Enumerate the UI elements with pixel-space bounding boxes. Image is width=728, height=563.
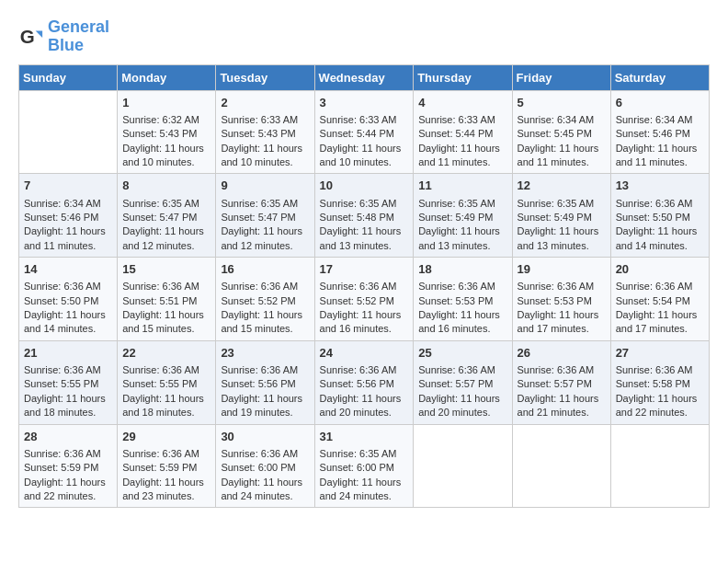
day-info: and 10 minutes.	[320, 155, 409, 169]
day-info: Sunset: 5:55 PM	[122, 377, 210, 391]
day-number: 28	[24, 429, 112, 445]
day-info: Sunrise: 6:36 AM	[24, 363, 112, 377]
day-info: Sunrise: 6:35 AM	[221, 197, 309, 211]
day-info: Daylight: 11 hours	[122, 308, 210, 322]
day-info: and 19 minutes.	[221, 406, 309, 419]
day-info: Sunrise: 6:35 AM	[320, 197, 409, 211]
day-info: Daylight: 11 hours	[122, 392, 210, 406]
day-number: 30	[221, 429, 309, 445]
day-info: Sunset: 5:57 PM	[518, 377, 606, 391]
day-cell: 26Sunrise: 6:36 AMSunset: 5:57 PMDayligh…	[512, 340, 610, 424]
day-info: and 20 minutes.	[320, 406, 409, 419]
logo-text: GeneralBlue	[48, 18, 109, 55]
day-info: Sunrise: 6:36 AM	[122, 363, 210, 377]
day-cell: 7Sunrise: 6:34 AMSunset: 5:46 PMDaylight…	[19, 174, 118, 258]
day-cell: 15Sunrise: 6:36 AMSunset: 5:51 PMDayligh…	[118, 258, 216, 341]
day-number: 26	[518, 345, 606, 362]
svg-text:G: G	[20, 25, 35, 46]
week-row-2: 7Sunrise: 6:34 AMSunset: 5:46 PMDaylight…	[19, 174, 710, 258]
day-number: 18	[418, 261, 506, 278]
day-info: Daylight: 11 hours	[24, 476, 112, 489]
day-info: Daylight: 11 hours	[418, 224, 506, 238]
day-info: Sunset: 5:46 PM	[24, 211, 112, 224]
day-number: 13	[616, 178, 704, 194]
week-row-4: 21Sunrise: 6:36 AMSunset: 5:55 PMDayligh…	[19, 340, 710, 424]
day-info: Sunrise: 6:33 AM	[221, 113, 309, 127]
day-number: 5	[518, 95, 606, 111]
day-info: Sunrise: 6:36 AM	[24, 280, 112, 293]
day-info: Daylight: 11 hours	[418, 308, 506, 322]
day-info: Sunrise: 6:36 AM	[320, 363, 409, 377]
day-info: Daylight: 11 hours	[616, 142, 704, 155]
day-cell: 6Sunrise: 6:34 AMSunset: 5:46 PMDaylight…	[610, 90, 709, 174]
day-cell	[512, 424, 610, 508]
day-number: 31	[320, 429, 409, 445]
day-info: Daylight: 11 hours	[616, 392, 704, 406]
day-cell: 23Sunrise: 6:36 AMSunset: 5:56 PMDayligh…	[216, 340, 314, 424]
day-info: Daylight: 11 hours	[320, 142, 409, 155]
day-info: Sunset: 5:50 PM	[616, 211, 704, 224]
day-info: Daylight: 11 hours	[24, 392, 112, 406]
day-number: 21	[24, 345, 112, 362]
day-cell: 29Sunrise: 6:36 AMSunset: 5:59 PMDayligh…	[118, 424, 216, 508]
day-info: Sunrise: 6:33 AM	[320, 113, 409, 127]
day-info: Sunrise: 6:36 AM	[122, 280, 210, 293]
day-info: Sunset: 5:49 PM	[418, 211, 506, 224]
day-info: Sunrise: 6:36 AM	[418, 280, 506, 293]
day-info: Sunset: 5:52 PM	[320, 294, 409, 308]
day-cell: 28Sunrise: 6:36 AMSunset: 5:59 PMDayligh…	[19, 424, 118, 508]
day-number: 17	[320, 261, 409, 278]
day-number: 8	[122, 178, 210, 194]
day-number: 9	[221, 178, 309, 194]
day-info: Sunset: 6:00 PM	[320, 461, 409, 475]
day-info: and 13 minutes.	[418, 239, 506, 253]
day-number: 3	[320, 95, 409, 111]
day-info: Daylight: 11 hours	[24, 224, 112, 238]
day-info: Sunset: 5:43 PM	[122, 127, 210, 141]
day-info: Daylight: 11 hours	[616, 308, 704, 322]
day-info: Daylight: 11 hours	[616, 224, 704, 238]
day-number: 23	[221, 345, 309, 362]
day-info: Daylight: 11 hours	[320, 392, 409, 406]
day-info: and 14 minutes.	[616, 239, 704, 253]
column-header-saturday: Saturday	[610, 64, 709, 90]
day-cell: 21Sunrise: 6:36 AMSunset: 5:55 PMDayligh…	[19, 340, 118, 424]
day-info: Daylight: 11 hours	[418, 392, 506, 406]
day-cell: 5Sunrise: 6:34 AMSunset: 5:45 PMDaylight…	[512, 90, 610, 174]
day-info: Sunrise: 6:34 AM	[24, 197, 112, 211]
day-info: and 24 minutes.	[221, 489, 309, 503]
day-info: Sunset: 5:57 PM	[418, 377, 506, 391]
day-info: and 23 minutes.	[122, 489, 210, 503]
day-number: 1	[122, 95, 210, 111]
column-header-tuesday: Tuesday	[216, 64, 314, 90]
column-header-sunday: Sunday	[19, 64, 118, 90]
day-info: and 11 minutes.	[616, 155, 704, 169]
day-info: Sunrise: 6:36 AM	[221, 363, 309, 377]
day-info: Daylight: 11 hours	[221, 308, 309, 322]
day-info: Sunrise: 6:36 AM	[24, 447, 112, 461]
day-cell: 9Sunrise: 6:35 AMSunset: 5:47 PMDaylight…	[216, 174, 314, 258]
day-number: 2	[221, 95, 309, 111]
day-cell: 27Sunrise: 6:36 AMSunset: 5:58 PMDayligh…	[610, 340, 709, 424]
day-info: and 11 minutes.	[418, 155, 506, 169]
day-info: Sunset: 5:46 PM	[616, 127, 704, 141]
day-number: 27	[616, 345, 704, 362]
day-info: Sunset: 5:55 PM	[24, 377, 112, 391]
day-info: Sunrise: 6:36 AM	[320, 280, 409, 293]
day-number: 11	[418, 178, 506, 194]
day-info: Sunset: 5:59 PM	[122, 461, 210, 475]
day-info: Daylight: 11 hours	[221, 476, 309, 489]
week-row-3: 14Sunrise: 6:36 AMSunset: 5:50 PMDayligh…	[19, 258, 710, 341]
week-row-5: 28Sunrise: 6:36 AMSunset: 5:59 PMDayligh…	[19, 424, 710, 508]
day-info: Sunrise: 6:34 AM	[518, 113, 606, 127]
day-info: Daylight: 11 hours	[320, 476, 409, 489]
day-info: and 22 minutes.	[616, 406, 704, 419]
day-info: Sunset: 5:48 PM	[320, 211, 409, 224]
day-info: and 17 minutes.	[518, 322, 606, 336]
calendar-table: SundayMondayTuesdayWednesdayThursdayFrid…	[18, 64, 710, 509]
day-info: Sunrise: 6:36 AM	[616, 363, 704, 377]
day-info: and 11 minutes.	[24, 239, 112, 253]
day-number: 15	[122, 261, 210, 278]
day-info: Sunrise: 6:35 AM	[122, 197, 210, 211]
day-info: Sunset: 5:52 PM	[221, 294, 309, 308]
